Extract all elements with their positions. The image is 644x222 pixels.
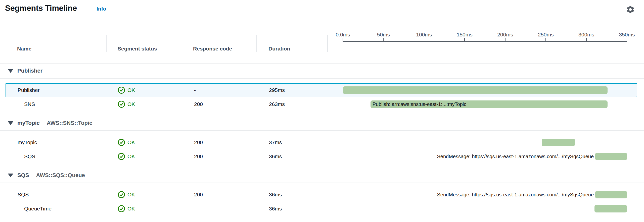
table-row-sns[interactable]: SNS OK 200 263ms Publish: arn:aws:sns:us… — [6, 97, 637, 111]
column-header-code: Response code — [193, 46, 232, 52]
axis-tick — [464, 38, 465, 42]
group-header-sqs[interactable]: SQS AWS::SQS::Queue — [0, 168, 644, 183]
status-ok-icon — [118, 139, 125, 146]
table-row-mytopic[interactable]: myTopic OK 200 37ms — [6, 135, 637, 149]
axis-tick-label: 150ms — [444, 32, 485, 38]
axis-tick — [586, 38, 587, 42]
column-divider — [106, 35, 107, 52]
cell-response-code: - — [194, 202, 196, 215]
column-divider — [182, 35, 182, 52]
cell-duration: 295ms — [269, 84, 285, 97]
cell-duration: 36ms — [269, 150, 282, 163]
table-row-sqs[interactable]: SQS OK 200 36ms SendMessage: https://sqs… — [6, 188, 637, 202]
segment-bar[interactable] — [595, 191, 627, 198]
info-link[interactable]: Info — [97, 6, 106, 12]
cell-status: OK — [118, 136, 135, 149]
axis-ruler — [343, 41, 627, 42]
axis-tick-label: 200ms — [485, 32, 525, 38]
cell-name: QueueTime — [24, 202, 52, 215]
axis-tick-label: 300ms — [566, 32, 607, 38]
table-row-publisher[interactable]: Publisher OK - 295ms — [6, 83, 637, 97]
segment-bar-label: SendMessage: https://sqs.us-east-1.amazo… — [437, 150, 594, 163]
status-text: OK — [127, 101, 135, 107]
axis-tick-label: 0.0ms — [323, 32, 363, 38]
cell-timeline: Publish: arn:aws:sns:us-east-1:...:myTop… — [328, 98, 643, 111]
cell-name: SQS — [24, 150, 35, 163]
cell-timeline — [328, 202, 643, 215]
cell-name: Publisher — [18, 84, 40, 97]
cell-status: OK — [118, 202, 135, 215]
column-header-duration: Duration — [268, 46, 290, 52]
cell-timeline: SendMessage: https://sqs.us-east-1.amazo… — [328, 188, 643, 201]
segment-bar-label: Publish: arn:aws:sns:us-east-1:...:myTop… — [373, 98, 466, 111]
cell-status: OK — [118, 98, 135, 111]
cell-response-code: 200 — [194, 188, 203, 201]
cell-duration: 36ms — [269, 202, 282, 215]
axis-tick-label: 50ms — [363, 32, 403, 38]
gear-icon — [626, 5, 635, 14]
page-title: Segments Timeline — [5, 4, 77, 13]
segment-bar[interactable] — [542, 139, 575, 146]
segment-bar-label: SendMessage: https://sqs.us-east-1.amazo… — [437, 188, 594, 201]
status-text: OK — [127, 153, 135, 159]
group-type: AWS::SNS::Topic — [47, 120, 93, 126]
status-ok-icon — [118, 153, 125, 160]
group-header-publisher[interactable]: Publisher — [0, 64, 644, 79]
axis-tick-label: 100ms — [404, 32, 444, 38]
axis-tick — [424, 38, 424, 42]
segment-bar[interactable] — [343, 86, 608, 94]
cell-timeline — [328, 136, 643, 149]
segment-bar[interactable] — [595, 153, 627, 160]
status-ok-icon — [118, 205, 125, 212]
status-text: OK — [127, 192, 135, 198]
triangle-down-icon — [8, 121, 13, 125]
axis-tick — [343, 38, 343, 42]
group-name: SQS — [17, 172, 29, 179]
axis-tick — [545, 38, 546, 42]
settings-button[interactable] — [625, 5, 635, 15]
cell-status: OK — [118, 84, 135, 97]
cell-duration: 36ms — [269, 188, 282, 201]
table-header: Name Segment status Response code Durati… — [0, 30, 644, 64]
status-ok-icon — [118, 100, 125, 108]
cell-response-code: 200 — [194, 98, 203, 111]
status-text: OK — [127, 206, 135, 212]
cell-duration: 37ms — [269, 136, 282, 149]
cell-status: OK — [118, 150, 135, 163]
cell-response-code: 200 — [194, 136, 203, 149]
column-divider — [256, 35, 257, 52]
segment-bar[interactable] — [594, 205, 627, 212]
group-name: Publisher — [17, 68, 42, 74]
axis-tick-label: 250ms — [526, 32, 566, 38]
cell-status: OK — [118, 188, 135, 201]
status-ok-icon — [118, 191, 125, 198]
group-header-mytopic[interactable]: myTopic AWS::SNS::Topic — [0, 116, 644, 131]
cell-duration: 263ms — [269, 98, 285, 111]
column-header-name: Name — [17, 46, 31, 52]
axis-tick — [505, 38, 505, 42]
table-row-sqs-call[interactable]: SQS OK 200 36ms SendMessage: https://sqs… — [6, 149, 637, 163]
status-ok-icon — [118, 86, 125, 94]
timeline-axis: 0.0ms 50ms 100ms 150ms 200ms 250ms 300ms… — [328, 30, 643, 64]
axis-tick — [627, 38, 627, 42]
status-text: OK — [127, 87, 135, 93]
triangle-down-icon — [8, 174, 13, 177]
axis-tick-label: 350ms — [607, 32, 644, 38]
status-text: OK — [127, 139, 135, 145]
cell-name: SQS — [18, 188, 29, 201]
triangle-down-icon — [8, 69, 13, 73]
column-header-status: Segment status — [118, 46, 157, 52]
group-type: AWS::SQS::Queue — [36, 172, 85, 179]
cell-response-code: 200 — [194, 150, 203, 163]
table-row-queuetime[interactable]: QueueTime OK - 36ms — [6, 202, 637, 216]
cell-response-code: - — [194, 84, 196, 97]
segments-timeline-panel: Segments Timeline Info Name Segment stat… — [0, 0, 644, 222]
cell-timeline — [328, 84, 643, 97]
cell-name: myTopic — [18, 136, 37, 149]
axis-tick — [383, 38, 384, 42]
group-name: myTopic — [17, 120, 40, 126]
cell-name: SNS — [24, 98, 35, 111]
cell-timeline: SendMessage: https://sqs.us-east-1.amazo… — [328, 150, 643, 163]
